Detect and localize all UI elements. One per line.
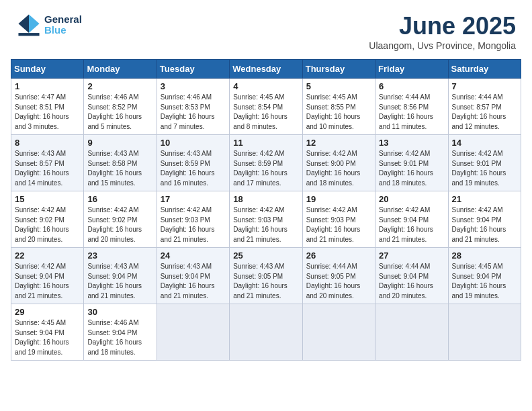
logo-icon: [16, 12, 42, 38]
table-row: 4 Sunrise: 4:45 AMSunset: 8:54 PMDayligh…: [230, 79, 302, 135]
table-row: 30 Sunrise: 4:46 AMSunset: 9:04 PMDaylig…: [84, 304, 157, 361]
col-monday: Monday: [84, 60, 157, 79]
table-row: 20 Sunrise: 4:42 AMSunset: 9:04 PMDaylig…: [375, 191, 448, 248]
table-row: 17 Sunrise: 4:42 AMSunset: 9:03 PMDaylig…: [157, 191, 229, 248]
table-row: 24 Sunrise: 4:43 AMSunset: 9:04 PMDaylig…: [157, 248, 229, 304]
table-row: 23 Sunrise: 4:43 AMSunset: 9:04 PMDaylig…: [84, 248, 157, 304]
table-row: [157, 304, 229, 361]
table-row: 27 Sunrise: 4:44 AMSunset: 9:04 PMDaylig…: [375, 248, 448, 304]
calendar-table: Sunday Monday Tuesday Wednesday Thursday…: [11, 59, 521, 361]
table-row: 3 Sunrise: 4:46 AMSunset: 8:53 PMDayligh…: [157, 79, 229, 135]
table-row: 13 Sunrise: 4:42 AMSunset: 9:01 PMDaylig…: [375, 135, 448, 191]
calendar-header-row: Sunday Monday Tuesday Wednesday Thursday…: [11, 60, 521, 79]
page: General Blue June 2025 Ulaangom, Uvs Pro…: [0, 0, 532, 411]
table-row: 28 Sunrise: 4:45 AMSunset: 9:04 PMDaylig…: [448, 248, 521, 304]
calendar-subtitle: Ulaangom, Uvs Province, Mongolia: [369, 40, 516, 51]
table-row: 19 Sunrise: 4:42 AMSunset: 9:03 PMDaylig…: [302, 191, 375, 248]
table-row: 26 Sunrise: 4:44 AMSunset: 9:05 PMDaylig…: [302, 248, 375, 304]
table-row: 14 Sunrise: 4:42 AMSunset: 9:01 PMDaylig…: [448, 135, 521, 191]
table-row: 29 Sunrise: 4:45 AMSunset: 9:04 PMDaylig…: [11, 304, 84, 361]
table-row: 18 Sunrise: 4:42 AMSunset: 9:03 PMDaylig…: [230, 191, 302, 248]
header: General Blue June 2025 Ulaangom, Uvs Pro…: [0, 0, 532, 56]
logo: General Blue: [16, 12, 82, 38]
table-row: 11 Sunrise: 4:42 AMSunset: 8:59 PMDaylig…: [230, 135, 302, 191]
title-block: June 2025 Ulaangom, Uvs Province, Mongol…: [369, 12, 516, 51]
table-row: 10 Sunrise: 4:43 AMSunset: 8:59 PMDaylig…: [157, 135, 229, 191]
table-row: [302, 304, 375, 361]
col-wednesday: Wednesday: [230, 60, 302, 79]
table-row: 7 Sunrise: 4:44 AMSunset: 8:57 PMDayligh…: [448, 79, 521, 135]
calendar-title: June 2025: [369, 12, 516, 40]
table-row: 22 Sunrise: 4:42 AMSunset: 9:04 PMDaylig…: [11, 248, 84, 304]
table-row: 21 Sunrise: 4:42 AMSunset: 9:04 PMDaylig…: [448, 191, 521, 248]
table-row: 1 Sunrise: 4:47 AMSunset: 8:51 PMDayligh…: [11, 79, 84, 135]
table-row: 6 Sunrise: 4:44 AMSunset: 8:56 PMDayligh…: [375, 79, 448, 135]
col-saturday: Saturday: [448, 60, 521, 79]
col-thursday: Thursday: [302, 60, 375, 79]
table-row: 16 Sunrise: 4:42 AMSunset: 9:02 PMDaylig…: [84, 191, 157, 248]
table-row: [448, 304, 521, 361]
col-sunday: Sunday: [11, 60, 84, 79]
table-row: [375, 304, 448, 361]
table-row: 9 Sunrise: 4:43 AMSunset: 8:58 PMDayligh…: [84, 135, 157, 191]
col-tuesday: Tuesday: [157, 60, 229, 79]
table-row: 12 Sunrise: 4:42 AMSunset: 9:00 PMDaylig…: [302, 135, 375, 191]
table-row: 2 Sunrise: 4:46 AMSunset: 8:52 PMDayligh…: [84, 79, 157, 135]
table-row: [230, 304, 302, 361]
table-row: 8 Sunrise: 4:43 AMSunset: 8:57 PMDayligh…: [11, 135, 84, 191]
table-row: 25 Sunrise: 4:43 AMSunset: 9:05 PMDaylig…: [230, 248, 302, 304]
table-row: 15 Sunrise: 4:42 AMSunset: 9:02 PMDaylig…: [11, 191, 84, 248]
logo-general: General: [44, 14, 82, 26]
table-row: 5 Sunrise: 4:45 AMSunset: 8:55 PMDayligh…: [302, 79, 375, 135]
col-friday: Friday: [375, 60, 448, 79]
svg-rect-3: [18, 33, 39, 36]
logo-blue: Blue: [44, 25, 82, 36]
